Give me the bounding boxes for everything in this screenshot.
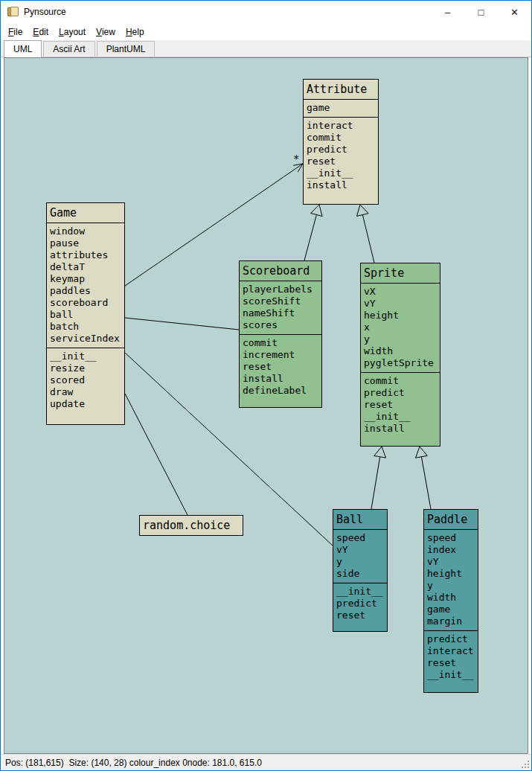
attribute-row: deltaT [50,261,122,273]
title-bar: Pynsource – □ ✕ [1,1,531,23]
attribute-row: speed [427,532,475,544]
attribute-row: height [364,310,438,321]
minimize-button[interactable]: – [431,1,464,23]
menu-layout[interactable]: Layout [54,25,91,39]
tab-ascii-art[interactable]: Ascii Art [43,41,94,57]
method-row: draw [50,386,122,398]
tab-bar: UML Ascii Art PlantUML [1,40,531,57]
method-row: commit [364,375,438,387]
method-row: reset [336,610,385,621]
app-icon [7,7,19,17]
sprite-methods-section: commitpredictreset__init__install [361,373,440,446]
open-arrowhead-icon [298,164,303,172]
class-box-random-choice[interactable]: random.choice [139,515,243,536]
method-row: install [243,373,319,385]
method-row: __init__ [307,167,376,179]
method-row: predict [427,633,475,645]
method-row: __init__ [50,351,122,362]
attribute-row: ball [50,309,122,321]
attribute-row: y [336,556,385,568]
attribute-row: game [307,102,376,114]
attribute-row: batch [50,321,122,333]
ball-attrs-section: speedvYyside [333,530,387,583]
status-text: Pos: (181,615) Size: (140, 28) colour_in… [5,758,262,768]
attribute-row: vY [427,556,475,568]
attribute-row: y [427,580,475,592]
menu-edit[interactable]: Edit [28,25,54,39]
menu-bar: File Edit Layout View Help [1,23,531,40]
method-row: increment [243,349,319,361]
attribute-row: paddles [50,285,122,297]
class-box-paddle[interactable]: PaddlespeedindexvYheightywidthgamemargin… [423,509,478,693]
method-row: predict [307,144,376,156]
paddle-attrs-section: speedindexvYheightywidthgamemargin [424,530,478,631]
method-row: reset [364,399,438,411]
attribute-row: width [427,592,475,604]
attribute-row: index [427,544,475,556]
resize-grip[interactable] [522,761,529,768]
menu-view[interactable]: View [91,25,121,39]
window-controls: – □ ✕ [431,1,531,23]
method-row: defineLabel [243,385,319,397]
class-title-scoreboard: Scoreboard [240,261,321,281]
attribute-row: scoreboard [50,297,122,309]
pynsource-window: Pynsource – □ ✕ File Edit Layout View He… [0,0,532,771]
uml-canvas[interactable]: * Attributegameinteractcommitpredictrese… [4,57,528,754]
sprite-attrs-section: vXvYheightxywidthpygletSprite [361,284,440,373]
game-to-scoreboard [125,318,239,330]
menu-file[interactable]: File [3,25,28,39]
inheritance-triangle-icon [357,205,369,216]
paddle-methods-section: predictinteractreset__init__ [424,631,478,692]
inheritance-triangle-icon [416,447,428,458]
tab-uml[interactable]: UML [4,40,42,57]
method-row: scored [50,374,122,386]
attribute-row: scoreShift [243,295,319,307]
attribute-row: y [364,333,438,345]
class-box-scoreboard[interactable]: ScoreboardplayerLabelsscoreShiftnameShif… [239,260,322,408]
window-title: Pynsource [24,7,66,17]
method-row: commit [307,132,376,144]
tab-plantuml[interactable]: PlantUML [97,41,156,57]
scoreboard-inherits-attribute [304,215,316,260]
inheritance-triangle-icon [311,205,322,217]
class-box-game[interactable]: GamewindowpauseattributesdeltaTkeymappad… [46,202,125,425]
attribute-row: margin [427,615,475,627]
attribute-row: vX [364,286,438,298]
attribute-row: keymap [50,273,122,285]
class-title-paddle: Paddle [424,510,478,530]
inheritance-triangle-icon [374,447,386,458]
attribute-row: vY [336,544,385,556]
attribute-row: pygletSprite [364,357,438,369]
class-title-sprite: Sprite [361,263,440,284]
class-title-game: Game [47,203,124,223]
game-methods-section: __init__resizescoreddrawupdate [47,348,124,424]
method-row: interact [427,645,475,657]
attribute-row: attributes [50,249,122,261]
attribute-row: game [427,604,475,615]
maximize-button[interactable]: □ [464,1,498,23]
status-bar: Pos: (181,615) Size: (140, 28) colour_in… [1,754,531,770]
scoreboard-methods-section: commitincrementresetinstalldefineLabel [240,335,321,407]
method-row: interact [307,120,376,132]
method-row: resize [50,362,122,374]
method-row: install [307,179,376,191]
game-attrs-section: windowpauseattributesdeltaTkeymappaddles… [47,223,124,348]
class-box-sprite[interactable]: SpritevXvYheightxywidthpygletSpritecommi… [360,263,440,447]
class-title-attribute: Attribute [304,80,378,100]
attribute-row: speed [336,532,385,544]
menu-help[interactable]: Help [121,25,150,39]
method-row: __init__ [364,411,438,423]
class-title-random-choice: random.choice [140,516,243,535]
class-box-attribute[interactable]: Attributegameinteractcommitpredictreset_… [303,79,379,205]
method-row: __init__ [427,669,475,681]
attribute-row: vY [364,298,438,310]
close-button[interactable]: ✕ [498,1,531,23]
method-row: __init__ [336,586,385,598]
method-row: reset [307,156,376,167]
edge-multiplicity-label: * [293,153,299,164]
game-to-random-choice [125,394,188,515]
sprite-inherits-attribute [362,215,374,263]
attribute-row: scores [243,319,319,331]
class-box-ball[interactable]: BallspeedvYyside__init__predictreset [333,509,388,632]
attribute-row: playerLabels [243,284,319,295]
